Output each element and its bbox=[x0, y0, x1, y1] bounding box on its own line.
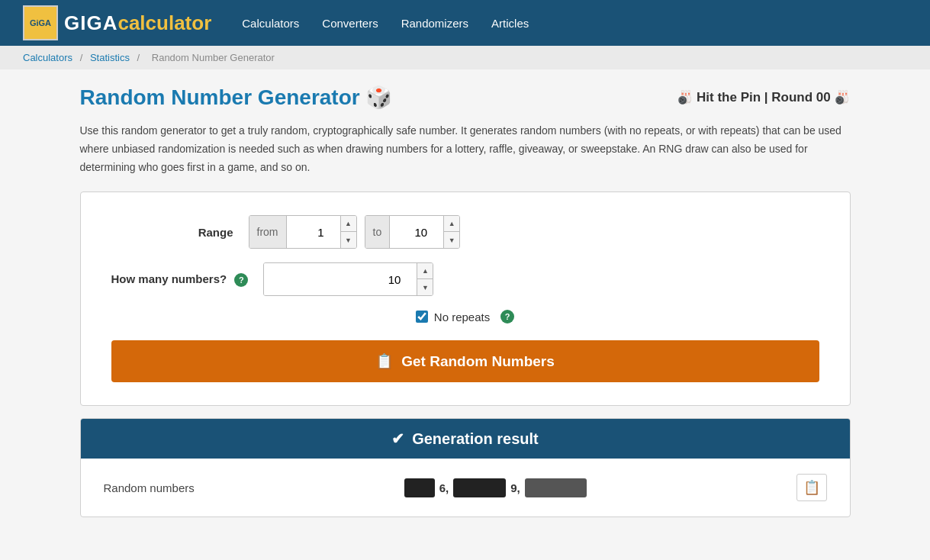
no-repeats-row: No repeats ? bbox=[111, 310, 819, 323]
no-repeats-label[interactable]: No repeats bbox=[434, 311, 490, 323]
range-inputs: from ▲ ▼ to ▲ ▼ bbox=[249, 215, 461, 249]
from-input-group: from ▲ ▼ bbox=[249, 215, 357, 249]
range-row: Range from ▲ ▼ to ▲ ▼ bbox=[111, 215, 819, 249]
result-num-1 bbox=[404, 478, 435, 497]
to-input-group: to ▲ ▼ bbox=[365, 215, 461, 249]
logo-calc: calculator bbox=[117, 11, 211, 34]
game-badge: 🎳 Hit the Pin | Round 00 🎳 bbox=[677, 89, 850, 105]
from-prefix: from bbox=[249, 216, 287, 248]
title-dice-icon: 🎲 bbox=[365, 85, 392, 109]
to-down-btn[interactable]: ▼ bbox=[444, 232, 459, 248]
no-repeats-help-icon[interactable]: ? bbox=[500, 310, 514, 323]
how-many-down-btn[interactable]: ▼ bbox=[417, 279, 433, 295]
page-title: Random Number Generator 🎲 bbox=[80, 85, 393, 110]
nav-converters[interactable]: Converters bbox=[322, 17, 378, 30]
generate-btn-label: Get Random Numbers bbox=[401, 353, 555, 370]
how-many-label-text: How many numbers? bbox=[111, 272, 227, 285]
from-down-btn[interactable]: ▼ bbox=[341, 232, 356, 248]
from-up-btn[interactable]: ▲ bbox=[341, 216, 356, 232]
result-label: Random numbers bbox=[104, 481, 195, 494]
range-label: Range bbox=[111, 226, 249, 239]
no-repeats-checkbox[interactable] bbox=[416, 311, 428, 323]
result-numbers: 6, 9, bbox=[404, 478, 587, 497]
result-num-2 bbox=[453, 478, 506, 497]
description: Use this random generator to get a truly… bbox=[80, 122, 851, 176]
nav-articles[interactable]: Articles bbox=[491, 17, 529, 30]
to-prefix: to bbox=[365, 216, 391, 248]
result-body: Random numbers 6, 9, 📋 bbox=[81, 459, 850, 517]
how-many-input-group: ▲ ▼ bbox=[263, 262, 433, 296]
logo-giga: GIGA bbox=[64, 11, 117, 34]
how-many-up-btn[interactable]: ▲ bbox=[417, 263, 433, 279]
to-spinners: ▲ ▼ bbox=[443, 216, 459, 248]
from-input[interactable] bbox=[287, 216, 340, 248]
how-many-help-icon[interactable]: ? bbox=[234, 273, 248, 287]
result-header-text: Generation result bbox=[412, 430, 539, 448]
result-num-3 bbox=[525, 478, 587, 497]
nav-randomizers[interactable]: Randomizers bbox=[401, 17, 468, 30]
breadcrumb-sep1: / bbox=[80, 52, 85, 63]
nav-calculators[interactable]: Calculators bbox=[242, 17, 299, 30]
navbar: GiGA GIGAcalculator Calculators Converte… bbox=[0, 0, 930, 46]
copy-button[interactable]: 📋 bbox=[796, 474, 827, 501]
result-num-2-comma: 9, bbox=[510, 481, 520, 494]
logo-text: GIGAcalculator bbox=[64, 11, 211, 35]
generate-button[interactable]: 📋 Get Random Numbers bbox=[111, 340, 819, 382]
nav-links: Calculators Converters Randomizers Artic… bbox=[242, 17, 529, 30]
result-num-1-comma: 6, bbox=[439, 481, 449, 494]
breadcrumb-statistics[interactable]: Statistics bbox=[90, 52, 130, 63]
breadcrumb-sep2: / bbox=[137, 52, 143, 63]
how-many-label: How many numbers? ? bbox=[111, 272, 264, 287]
breadcrumb-calculators[interactable]: Calculators bbox=[23, 52, 72, 63]
breadcrumb: Calculators / Statistics / Random Number… bbox=[0, 46, 930, 69]
result-check-icon: ✔ bbox=[391, 430, 404, 448]
logo-link[interactable]: GiGA GIGAcalculator bbox=[23, 5, 211, 40]
main-content: Random Number Generator 🎲 🎳 Hit the Pin … bbox=[65, 85, 866, 517]
how-many-row: How many numbers? ? ▲ ▼ bbox=[111, 262, 819, 296]
page-title-text: Random Number Generator bbox=[80, 85, 360, 109]
generate-btn-icon: 📋 bbox=[375, 352, 394, 370]
from-spinners: ▲ ▼ bbox=[340, 216, 356, 248]
calculator-box: Range from ▲ ▼ to ▲ ▼ bbox=[80, 191, 851, 406]
title-row: Random Number Generator 🎲 🎳 Hit the Pin … bbox=[80, 85, 851, 110]
to-input[interactable] bbox=[390, 216, 443, 248]
result-box: ✔ Generation result Random numbers 6, 9,… bbox=[80, 418, 851, 517]
clipboard-icon: 📋 bbox=[803, 480, 820, 495]
to-up-btn[interactable]: ▲ bbox=[444, 216, 459, 232]
result-header: ✔ Generation result bbox=[81, 419, 850, 459]
breadcrumb-current: Random Number Generator bbox=[152, 52, 275, 63]
game-badge-text: 🎳 Hit the Pin | Round 00 🎳 bbox=[677, 89, 850, 105]
how-many-input[interactable] bbox=[264, 263, 417, 295]
logo-icon: GiGA bbox=[23, 5, 58, 40]
how-many-spinners: ▲ ▼ bbox=[417, 263, 433, 295]
